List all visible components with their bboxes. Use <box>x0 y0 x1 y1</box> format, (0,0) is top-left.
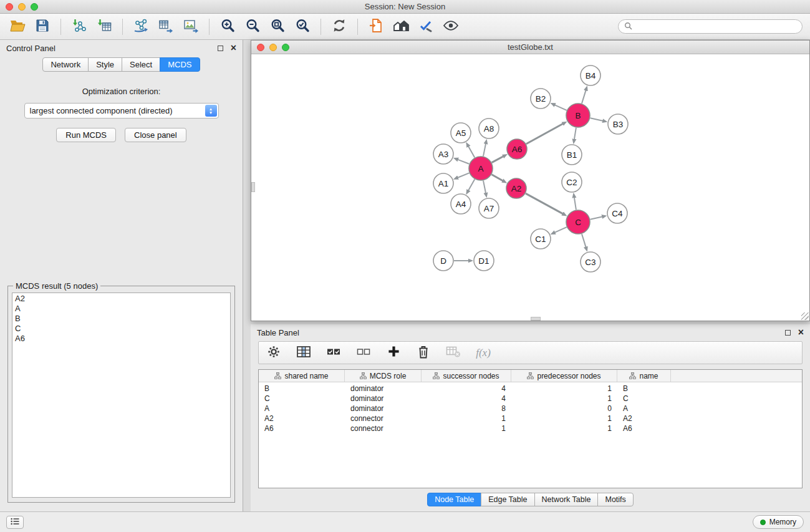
node-B4[interactable]: B4 <box>581 65 600 85</box>
zoom-in-button[interactable] <box>216 17 239 37</box>
zoom-fit-button[interactable] <box>266 17 289 37</box>
tab-node-table[interactable]: Node Table <box>427 493 481 506</box>
column-header-shared-name[interactable]: shared name <box>259 370 345 382</box>
delete-table-button[interactable] <box>446 344 461 362</box>
zoom-out-button[interactable] <box>241 17 264 37</box>
network-graph[interactable]: B4B2BB3A5A8A6A3B1AC2A1A2A4A7C4CC1DD1C3 <box>251 54 809 321</box>
zoom-selected-button[interactable] <box>291 17 314 37</box>
edge-A-A8[interactable] <box>483 144 486 157</box>
node-B3[interactable]: B3 <box>608 114 628 134</box>
node-A6[interactable]: A6 <box>507 139 527 159</box>
node-A1[interactable]: A1 <box>433 173 453 193</box>
edge-A-A5[interactable] <box>468 147 475 158</box>
tab-style[interactable]: Style <box>88 57 122 72</box>
node-A5[interactable]: A5 <box>451 123 471 143</box>
open-document-button[interactable] <box>365 17 387 37</box>
result-item[interactable]: A <box>15 304 228 314</box>
memory-button[interactable]: Memory <box>753 515 804 529</box>
show-columns-button[interactable] <box>296 344 311 362</box>
node-C[interactable]: C <box>566 210 590 234</box>
edge-B-B4[interactable] <box>582 90 586 104</box>
node-A8[interactable]: A8 <box>479 118 499 138</box>
close-window-button[interactable] <box>6 3 13 11</box>
delete-column-button[interactable] <box>416 344 431 362</box>
export-network-button[interactable] <box>130 17 152 37</box>
optimization-criterion-dropdown[interactable]: largest connected component (directed) ▲… <box>24 103 219 118</box>
edge-A-A1[interactable] <box>458 173 469 177</box>
node-B[interactable]: B <box>566 104 590 127</box>
zoom-network-window-button[interactable] <box>282 44 289 51</box>
network-canvas[interactable]: B4B2BB3A5A8A6A3B1AC2A1A2A4A7C4CC1DD1C3 <box>251 54 809 321</box>
mcds-result-list[interactable]: A2ABCA6 <box>12 293 231 498</box>
edge-C-C4[interactable] <box>591 216 602 219</box>
node-A7[interactable]: A7 <box>479 198 499 218</box>
column-header-successor-nodes[interactable]: successor nodes <box>422 370 511 382</box>
edge-A6-B[interactable] <box>526 124 563 144</box>
node-C1[interactable]: C1 <box>531 229 551 249</box>
open-session-button[interactable] <box>6 17 29 37</box>
edge-A-A7[interactable] <box>483 181 486 193</box>
float-table-panel-icon[interactable] <box>785 330 791 336</box>
table-body[interactable]: Bdominator41BCdominator41CAdominator80AA… <box>259 382 802 488</box>
node-A2[interactable]: A2 <box>506 178 526 198</box>
tab-mcds[interactable]: MCDS <box>160 57 200 72</box>
column-header-MCDS-role[interactable]: MCDS role <box>345 370 422 382</box>
edge-A-A6[interactable] <box>492 157 503 163</box>
search-field[interactable] <box>618 19 803 34</box>
import-table-button[interactable] <box>93 17 115 37</box>
node-A[interactable]: A <box>469 157 493 180</box>
save-session-button[interactable] <box>31 17 54 37</box>
export-image-button[interactable] <box>180 17 202 37</box>
node-D[interactable]: D <box>433 251 453 271</box>
tab-edge-table[interactable]: Edge Table <box>481 493 534 506</box>
column-header-name[interactable]: name <box>617 370 671 382</box>
export-table-button[interactable] <box>155 17 177 37</box>
tab-select[interactable]: Select <box>122 57 160 72</box>
node-D1[interactable]: D1 <box>474 251 494 271</box>
edge-C-C2[interactable] <box>574 198 576 210</box>
float-panel-icon[interactable] <box>218 46 223 51</box>
close-panel-icon[interactable]: × <box>231 44 236 52</box>
close-table-panel-icon[interactable]: × <box>798 329 804 336</box>
result-item[interactable]: C <box>15 324 228 334</box>
minimize-window-button[interactable] <box>18 3 26 11</box>
edge-A-A2[interactable] <box>491 175 503 181</box>
result-item[interactable]: B <box>15 314 228 324</box>
deselect-all-button[interactable] <box>356 344 371 362</box>
select-all-button[interactable] <box>326 344 341 362</box>
add-column-button[interactable] <box>386 344 401 362</box>
table-row[interactable]: Adominator80A <box>259 404 802 414</box>
function-builder-button[interactable]: f(x) <box>476 344 491 362</box>
edge-A-A3[interactable] <box>458 160 469 164</box>
result-item[interactable]: A6 <box>15 334 228 344</box>
edge-C-C3[interactable] <box>582 234 586 247</box>
edge-B-B3[interactable] <box>591 118 603 120</box>
close-network-window-button[interactable] <box>257 44 264 51</box>
result-item[interactable]: A2 <box>15 294 228 304</box>
node-C2[interactable]: C2 <box>562 172 582 192</box>
edge-B-B2[interactable] <box>555 105 567 110</box>
zoom-window-button[interactable] <box>31 3 38 11</box>
node-B1[interactable]: B1 <box>562 145 582 165</box>
edge-A2-C[interactable] <box>526 193 563 214</box>
import-network-button[interactable] <box>68 17 90 37</box>
home-button[interactable] <box>390 17 412 37</box>
tab-motifs[interactable]: Motifs <box>597 493 633 506</box>
resize-grip[interactable] <box>801 312 809 320</box>
show-details-button[interactable] <box>440 17 462 37</box>
node-B2[interactable]: B2 <box>531 89 551 109</box>
table-row[interactable]: A2connector11A2 <box>259 414 802 423</box>
task-history-button[interactable] <box>6 516 24 529</box>
edge-A-A4[interactable] <box>468 179 475 190</box>
table-settings-button[interactable] <box>266 344 281 362</box>
column-header-predecessor-nodes[interactable]: predecessor nodes <box>511 370 617 382</box>
canvas-bottom-handle[interactable] <box>531 317 541 321</box>
table-row[interactable]: Cdominator41C <box>259 394 802 404</box>
node-A4[interactable]: A4 <box>451 194 471 214</box>
table-row[interactable]: A6connector11A6 <box>259 423 802 433</box>
apply-layout-button[interactable] <box>328 17 350 37</box>
node-C4[interactable]: C4 <box>607 203 627 223</box>
node-A3[interactable]: A3 <box>433 144 453 164</box>
search-input[interactable] <box>635 22 796 32</box>
run-mcds-button[interactable]: Run MCDS <box>56 128 116 142</box>
